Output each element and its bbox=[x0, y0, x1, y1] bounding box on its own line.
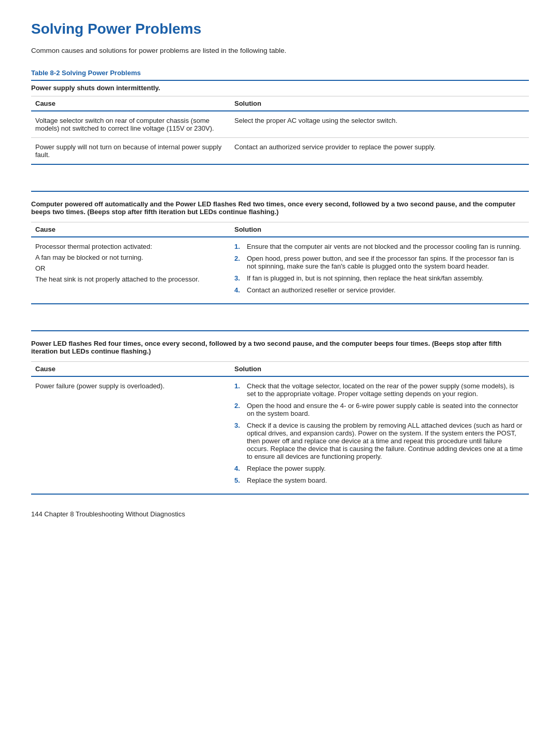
list-num-4: 4. bbox=[234, 286, 245, 294]
table3-solution-header: Solution bbox=[230, 362, 529, 377]
list-item: 1. Ensure that the computer air vents ar… bbox=[234, 243, 525, 250]
list-item: 1. Check that the voltage selector, loca… bbox=[234, 382, 525, 398]
page-title: Solving Power Problems bbox=[31, 21, 529, 37]
list-num-5: 5. bbox=[234, 476, 245, 484]
table2-cause-items: Processor thermal protection activated: … bbox=[35, 243, 226, 283]
table-row: Voltage selector switch on rear of compu… bbox=[31, 111, 529, 138]
list-item: 3. Check if a device is causing the prob… bbox=[234, 421, 525, 460]
table3-solution-cell: 1. Check that the voltage selector, loca… bbox=[230, 376, 529, 494]
table2-solution-header: Solution bbox=[230, 222, 529, 237]
table2-solution-cell: 1. Ensure that the computer air vents ar… bbox=[230, 237, 529, 304]
solution-item-1: Check that the voltage selector, located… bbox=[247, 382, 525, 398]
table1-solution-header: Solution bbox=[230, 96, 529, 111]
list-item: 2. Open the hood and ensure the 4- or 6-… bbox=[234, 402, 525, 417]
table2-section-header: Computer powered off automatically and t… bbox=[31, 200, 529, 216]
cause-item-3: OR bbox=[35, 264, 226, 272]
table3-col-headers: Cause Solution bbox=[31, 362, 529, 377]
table2-section-header-row: Computer powered off automatically and t… bbox=[31, 191, 529, 222]
list-num-3: 3. bbox=[234, 421, 245, 429]
table-row: Processor thermal protection activated: … bbox=[31, 237, 529, 304]
list-num-1: 1. bbox=[234, 243, 245, 250]
cause-item-2: A fan may be blocked or not turning. bbox=[35, 254, 226, 261]
intro-paragraph: Common causes and solutions for power pr… bbox=[31, 47, 529, 54]
table-row: Power failure (power supply is overloade… bbox=[31, 376, 529, 494]
table1-label: Table 8-2 Solving Power Problems bbox=[31, 69, 529, 77]
list-num-1: 1. bbox=[234, 382, 245, 390]
solution-item-1: Ensure that the computer air vents are n… bbox=[247, 243, 521, 250]
solution-item-2: Open hood, press power button, and see i… bbox=[247, 255, 525, 270]
table2-cause-header: Cause bbox=[31, 222, 230, 237]
table1-row1-cause: Voltage selector switch on rear of compu… bbox=[31, 111, 230, 138]
table2-solution-list: 1. Ensure that the computer air vents ar… bbox=[234, 243, 525, 294]
solution-item-2: Open the hood and ensure the 4- or 6-wir… bbox=[247, 402, 525, 417]
table2-cause-cell: Processor thermal protection activated: … bbox=[31, 237, 230, 304]
table3-cause-header: Cause bbox=[31, 362, 230, 377]
list-item: 4. Replace the power supply. bbox=[234, 465, 525, 472]
table1-row1-solution: Select the proper AC voltage using the s… bbox=[230, 111, 529, 138]
list-num-2: 2. bbox=[234, 255, 245, 262]
solution-item-3: If fan is plugged in, but is not spinnin… bbox=[247, 274, 484, 282]
table1: Power supply shuts down intermittently. … bbox=[31, 80, 529, 165]
table1-section-header: Power supply shuts down intermittently. bbox=[31, 84, 529, 92]
list-num-3: 3. bbox=[234, 274, 245, 282]
list-item: 4. Contact an authorized reseller or ser… bbox=[234, 286, 525, 294]
solution-item-5: Replace the system board. bbox=[247, 476, 327, 484]
table1-row2-solution: Contact an authorized service provider t… bbox=[230, 138, 529, 165]
table1-col-headers: Cause Solution bbox=[31, 96, 529, 111]
solution-item-3: Check if a device is causing the problem… bbox=[247, 421, 525, 460]
page-footer: 144 Chapter 8 Troubleshooting Without Di… bbox=[31, 510, 529, 518]
solution-item-4: Contact an authorized reseller or servic… bbox=[247, 286, 396, 294]
table2-col-headers: Cause Solution bbox=[31, 222, 529, 237]
list-num-2: 2. bbox=[234, 402, 245, 410]
table2: Computer powered off automatically and t… bbox=[31, 191, 529, 304]
cause-item-4: The heat sink is not properly attached t… bbox=[35, 275, 226, 283]
list-item: 3. If fan is plugged in, but is not spin… bbox=[234, 274, 525, 282]
list-item: 2. Open hood, press power button, and se… bbox=[234, 255, 525, 270]
solution-item-4: Replace the power supply. bbox=[247, 465, 326, 472]
table1-row2-cause: Power supply will not turn on because of… bbox=[31, 138, 230, 165]
table1-cause-header: Cause bbox=[31, 96, 230, 111]
cause-item-1: Processor thermal protection activated: bbox=[35, 243, 226, 250]
table1-section-header-row: Power supply shuts down intermittently. bbox=[31, 80, 529, 96]
list-num-4: 4. bbox=[234, 465, 245, 472]
table3-cause-cell: Power failure (power supply is overloade… bbox=[31, 376, 230, 494]
table3: Power LED flashes Red four times, once e… bbox=[31, 330, 529, 495]
table3-section-header-row: Power LED flashes Red four times, once e… bbox=[31, 331, 529, 362]
table3-solution-list: 1. Check that the voltage selector, loca… bbox=[234, 382, 525, 484]
table-row: Power supply will not turn on because of… bbox=[31, 138, 529, 165]
list-item: 5. Replace the system board. bbox=[234, 476, 525, 484]
table3-section-header: Power LED flashes Red four times, once e… bbox=[31, 340, 529, 355]
